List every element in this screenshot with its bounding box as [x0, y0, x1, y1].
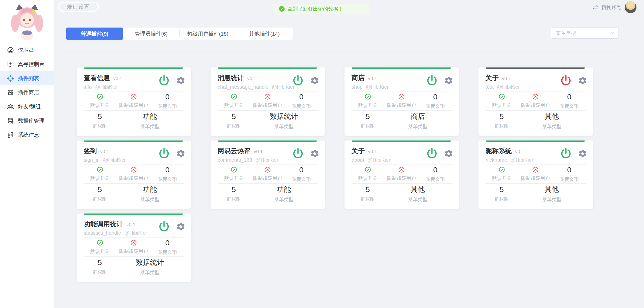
power-toggle-button[interactable]: [158, 220, 170, 232]
card-stats-row2: 5 群权限 其他 菜单类型: [486, 184, 586, 204]
power-toggle-button[interactable]: [560, 74, 572, 86]
sidebar-item-gauge[interactable]: 仪表盘: [0, 43, 54, 57]
toast-message: 拿到了新鲜出炉的数据！: [274, 4, 369, 14]
tab-3[interactable]: 超级用户插件(18): [179, 28, 236, 40]
menu-type-value: 其他: [411, 185, 425, 194]
plugin-version: v0.1: [113, 76, 122, 81]
sidebar-item-grid[interactable]: 系统信息: [0, 128, 54, 142]
level-value: 5: [499, 185, 504, 194]
stat-label: 默认开关: [90, 248, 109, 255]
console-icon: [7, 61, 14, 68]
card-header: 关于 v0.1 test @HibiKier: [486, 74, 586, 90]
check-circle-icon: [498, 93, 505, 100]
tab-1[interactable]: 普通插件(9): [66, 28, 123, 40]
stat-label: 花费金币: [426, 103, 445, 110]
sidebar-item-label: 插件商店: [18, 89, 39, 96]
card-accent-bar: [352, 67, 451, 69]
stat-label: 花费金币: [426, 176, 445, 183]
sidebar-item-console[interactable]: 真寻控制台: [0, 57, 54, 71]
stat-limit-superuser: 限制超级用户: [116, 91, 151, 110]
plugin-version: v0.1: [247, 76, 256, 81]
check-circle-icon: [498, 166, 505, 173]
stat-menu-type: 其他 菜单类型: [384, 184, 452, 204]
grid-icon: [7, 131, 14, 139]
stat-group-level: 5 群权限: [218, 184, 250, 204]
card-header: 网易云热评 v0.1 comments_163 @HibiKier: [218, 147, 318, 163]
cost-value: 0: [567, 92, 571, 101]
plugin-author: @HibiKier: [366, 84, 388, 90]
plugin-name: 网易云热评: [218, 147, 250, 155]
stat-label: 默认开关: [224, 175, 243, 182]
tab-4[interactable]: 其他插件(14): [236, 28, 293, 40]
gauge-icon: [7, 46, 14, 54]
card-header: 商店 v0.1 shop @HibiKier: [352, 74, 452, 90]
store-icon: [7, 89, 14, 96]
card-stats-row2: 5 群权限 其他 菜单类型: [486, 111, 586, 131]
power-toggle-button[interactable]: [560, 147, 572, 159]
stat-limit-superuser: 限制超级用户: [518, 91, 553, 110]
menu-type-select[interactable]: 菜单类型: [551, 28, 619, 39]
menu-type-placeholder: 菜单类型: [556, 30, 576, 37]
settings-gear-button[interactable]: [176, 76, 185, 85]
tab-2[interactable]: 管理员插件(6): [123, 28, 179, 40]
settings-gear-button[interactable]: [176, 222, 185, 231]
user-avatar[interactable]: [625, 1, 637, 13]
level-value: 5: [98, 185, 102, 194]
power-toggle-button[interactable]: [158, 147, 170, 159]
stat-label: 群权限: [93, 269, 107, 275]
stat-default-switch: 默认开关: [84, 91, 116, 110]
x-circle-icon: [130, 239, 137, 246]
sidebar-item-friends[interactable]: 好友/群组: [0, 100, 54, 114]
toast-text: 拿到了新鲜出炉的数据！: [288, 6, 343, 12]
stat-label: 限制超级用户: [253, 102, 282, 109]
power-toggle-button[interactable]: [292, 74, 304, 86]
switch-account[interactable]: ⇌ 切换账号: [592, 0, 637, 15]
power-toggle-button[interactable]: [426, 74, 438, 86]
card-header: 关于 v0.1 about @HibiKier: [352, 147, 452, 163]
port-settings-button[interactable]: 端口设置: [58, 2, 99, 12]
card-accent-bar: [84, 214, 183, 215]
plugin-name: 消息统计: [218, 74, 244, 82]
settings-gear-button[interactable]: [444, 76, 453, 85]
settings-gear-button[interactable]: [310, 76, 319, 85]
card-header: 查看信息 v0.1 info @HibiKier: [84, 74, 184, 90]
plugin-name: 功能调用统计: [84, 220, 123, 228]
settings-gear-button[interactable]: [310, 149, 319, 158]
database-icon: [7, 117, 14, 125]
settings-gear-button[interactable]: [578, 149, 587, 158]
card-stats-row2: 5 群权限 其他 菜单类型: [352, 184, 452, 204]
level-value: 5: [232, 112, 236, 121]
settings-gear-button[interactable]: [578, 76, 587, 85]
card-accent-bar: [218, 140, 317, 142]
cost-value: 0: [165, 165, 170, 174]
plugin-author: @HibiKier: [124, 230, 147, 236]
stat-default-switch: 默认开关: [352, 91, 384, 110]
menu-type-value: 功能: [143, 185, 157, 194]
plugin-card: 商店 v0.1 shop @HibiKier 默认开关: [344, 67, 459, 136]
stat-label: 群权限: [494, 123, 509, 129]
sidebar: 仪表盘真寻控制台插件列表插件商店好友/群组数据库管理系统信息: [0, 0, 54, 308]
sidebar-item-database[interactable]: 数据库管理: [0, 114, 54, 128]
plugin-card: 网易云热评 v0.1 comments_163 @HibiKier 默认开关: [211, 140, 325, 209]
sidebar-menu: 仪表盘真寻控制台插件列表插件商店好友/群组数据库管理系统信息: [0, 43, 54, 142]
level-value: 5: [98, 112, 102, 121]
plugin-version: v0.1: [126, 222, 135, 227]
settings-gear-button[interactable]: [444, 149, 453, 158]
chevron-down-icon: [610, 31, 615, 36]
check-circle-icon: [231, 93, 237, 100]
plugin-card: 消息统计 v0.1 chat_message_handle @HibiKier …: [211, 67, 325, 136]
stat-limit-superuser: 限制超级用户: [116, 164, 151, 183]
stat-label: 默认开关: [224, 102, 243, 109]
sidebar-item-store[interactable]: 插件商店: [0, 85, 54, 100]
swap-arrows-icon: ⇌: [592, 4, 598, 11]
stat-group-level: 5 群权限: [84, 111, 116, 131]
power-toggle-button[interactable]: [292, 147, 304, 159]
menu-type-value: 其他: [545, 112, 559, 121]
power-toggle-button[interactable]: [426, 147, 438, 159]
stat-label: 花费金币: [560, 103, 579, 110]
plugin-module: about: [352, 157, 364, 163]
sidebar-item-plugins[interactable]: 插件列表: [0, 71, 54, 85]
stat-limit-superuser: 限制超级用户: [116, 238, 151, 256]
power-toggle-button[interactable]: [158, 74, 170, 86]
settings-gear-button[interactable]: [176, 149, 185, 158]
